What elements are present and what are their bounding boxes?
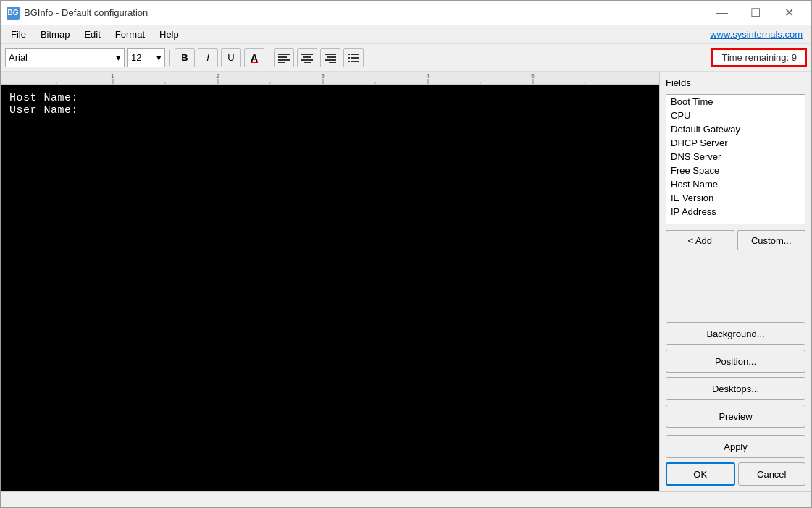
maximize-button[interactable]: ☐ (739, 1, 772, 25)
menu-bar: File Bitmap Edit Format Help www.sysinte… (1, 25, 811, 44)
align-center-button[interactable] (297, 48, 317, 67)
fields-buttons: < Add Custom... (666, 230, 805, 250)
svg-rect-1 (278, 56, 287, 58)
toolbar-sep-2 (269, 50, 269, 66)
main-content: 1 2 3 4 5 (1, 72, 811, 491)
ruler-svg: 1 2 3 4 5 (1, 72, 659, 85)
menu-edit[interactable]: Edit (77, 27, 107, 41)
time-remaining-box: Time remaining: 9 (711, 48, 807, 67)
background-button[interactable]: Background... (666, 322, 805, 345)
preview-button[interactable]: Preview (666, 405, 805, 428)
svg-rect-17 (351, 61, 359, 62)
editor-canvas[interactable]: Host Name: User Name: (1, 85, 659, 491)
menu-file[interactable]: File (4, 27, 33, 41)
ruler: 1 2 3 4 5 (1, 72, 659, 85)
svg-rect-14 (348, 57, 350, 59)
field-item-cpu[interactable]: CPU (666, 109, 805, 122)
align-right-icon (325, 53, 336, 63)
svg-rect-9 (327, 56, 336, 58)
svg-rect-10 (325, 59, 336, 61)
font-color-icon: A (251, 52, 258, 64)
svg-rect-5 (303, 56, 311, 58)
field-item-ip-address[interactable]: IP Address (666, 205, 805, 219)
sysinternals-link[interactable]: www.sysinternals.com (710, 29, 803, 40)
app-icon: BG (7, 7, 20, 20)
italic-button[interactable]: I (198, 48, 218, 67)
underline-button[interactable]: U (221, 48, 241, 67)
svg-rect-8 (325, 54, 336, 55)
svg-rect-16 (348, 61, 350, 62)
bold-button[interactable]: B (175, 48, 195, 67)
window-controls: — ☐ ✕ (706, 1, 805, 25)
panel-spacer (666, 255, 805, 318)
title-bar: BG BGInfo - Default configuration — ☐ ✕ (1, 1, 811, 25)
field-item-boot-time[interactable]: Boot Time (666, 95, 805, 109)
font-color-button[interactable]: A (244, 48, 264, 67)
svg-rect-7 (304, 62, 311, 63)
field-item-host-name[interactable]: Host Name (666, 177, 805, 191)
svg-rect-11 (329, 62, 336, 63)
align-left-button[interactable] (274, 48, 294, 67)
size-select[interactable]: 12 ▾ (127, 48, 165, 67)
field-item-dns-server[interactable]: DNS Server (666, 150, 805, 164)
custom-button[interactable]: Custom... (737, 230, 806, 250)
svg-rect-3 (278, 62, 285, 63)
toolbar-sep-1 (169, 50, 170, 66)
field-item-ie-version[interactable]: IE Version (666, 191, 805, 205)
svg-rect-2 (278, 59, 290, 61)
field-item-free-space[interactable]: Free Space (666, 164, 805, 177)
svg-rect-0 (278, 54, 290, 55)
toolbar: Arial ▾ 12 ▾ B I U A (1, 44, 811, 72)
desktops-button[interactable]: Desktops... (666, 377, 805, 400)
time-remaining-label: Time remaining: 9 (721, 52, 797, 63)
font-select[interactable]: Arial ▾ (5, 48, 125, 67)
field-item-dhcp-server[interactable]: DHCP Server (666, 136, 805, 150)
svg-rect-15 (351, 57, 359, 59)
svg-text:1: 1 (111, 72, 114, 80)
list-button[interactable] (343, 48, 364, 67)
main-window: BG BGInfo - Default configuration — ☐ ✕ … (0, 0, 812, 508)
add-button[interactable]: < Add (666, 230, 734, 250)
minimize-button[interactable]: — (706, 1, 739, 25)
apply-button[interactable]: Apply (666, 435, 805, 458)
align-center-icon (301, 53, 313, 63)
status-bar (1, 491, 811, 507)
close-button[interactable]: ✕ (772, 1, 805, 25)
menu-format[interactable]: Format (108, 27, 152, 41)
fields-list[interactable]: Boot Time CPU Default Gateway DHCP Serve… (666, 94, 805, 224)
editor-area: 1 2 3 4 5 (1, 72, 659, 491)
svg-text:2: 2 (216, 72, 219, 80)
list-icon (348, 53, 359, 63)
side-action-buttons: Background... Position... Desktops... Pr… (666, 322, 805, 428)
svg-rect-13 (351, 54, 359, 55)
right-panel: Fields Boot Time CPU Default Gateway DHC… (659, 72, 811, 491)
field-item-default-gateway[interactable]: Default Gateway (666, 122, 805, 136)
cancel-button[interactable]: Cancel (738, 462, 806, 486)
ok-button[interactable]: OK (666, 462, 735, 486)
action-buttons: Apply OK Cancel (666, 435, 805, 486)
align-right-button[interactable] (320, 48, 340, 67)
svg-rect-4 (301, 54, 313, 55)
menu-help[interactable]: Help (152, 27, 186, 41)
align-left-icon (278, 53, 290, 63)
menu-bitmap[interactable]: Bitmap (33, 27, 77, 41)
fields-label: Fields (666, 77, 805, 88)
svg-text:4: 4 (426, 72, 430, 80)
position-button[interactable]: Position... (666, 350, 805, 373)
svg-rect-12 (348, 54, 350, 55)
svg-text:3: 3 (321, 72, 325, 80)
ok-cancel-row: OK Cancel (666, 462, 805, 486)
size-dropdown-arrow: ▾ (156, 52, 162, 63)
font-dropdown-arrow: ▾ (116, 52, 121, 63)
window-title: BGInfo - Default configuration (24, 7, 706, 18)
svg-rect-6 (301, 59, 313, 61)
svg-text:5: 5 (531, 72, 535, 80)
